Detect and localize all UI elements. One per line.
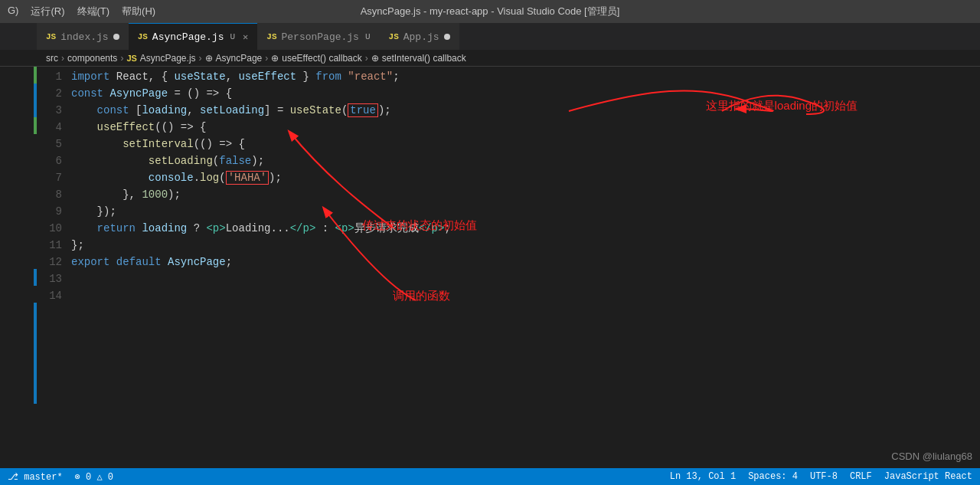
ln-9: 9 xyxy=(37,203,62,220)
code-line-2: const AsyncPage = () => { xyxy=(71,85,980,102)
gutter-line-extra2 xyxy=(0,320,37,336)
breadcrumb-icon-js: JS xyxy=(126,54,136,63)
title-bar: G) 运行(R) 终端(T) 帮助(H) AsyncPage.js - my-r… xyxy=(0,0,980,23)
code-line-3: const [loading, setLoading] = useState(t… xyxy=(71,102,980,119)
ln-2: 2 xyxy=(37,85,62,102)
ln-6: 6 xyxy=(37,152,62,169)
gutter-line11 xyxy=(0,235,37,252)
tab-icon-index: JS xyxy=(46,32,56,41)
gutter-line8 xyxy=(0,185,37,202)
status-encoding: UTF-8 xyxy=(810,471,838,482)
git-gutter xyxy=(0,67,37,468)
ln-3: 3 xyxy=(37,102,62,119)
code-line-7: console.log('HAHA'); xyxy=(71,169,980,186)
tab-label-app: App.js xyxy=(403,31,439,43)
ln-13: 13 xyxy=(37,270,62,287)
breadcrumb-asyncpage-fn[interactable]: AsyncPage xyxy=(216,53,263,64)
ln-12: 12 xyxy=(37,254,62,270)
tab-modified-index xyxy=(113,34,119,40)
code-line-11: }; xyxy=(71,237,980,254)
breadcrumb-sep1: › xyxy=(61,53,64,64)
breadcrumb-useeffect[interactable]: useEffect() callback xyxy=(282,53,362,64)
breadcrumb-sep2: › xyxy=(120,53,123,64)
tab-label-person: PersonPage.js xyxy=(282,31,359,43)
tab-label-async: AsyncPage.js xyxy=(152,31,224,43)
menu-help[interactable]: 帮助(H) xyxy=(122,5,155,18)
breadcrumb-icon-set: ⊕ xyxy=(371,53,379,64)
code-line-13: export default AsyncPage; xyxy=(71,254,980,270)
gutter-line7 xyxy=(0,168,37,185)
tab-icon-person: JS xyxy=(266,32,276,41)
breadcrumb-src[interactable]: src xyxy=(46,53,58,64)
status-errors: ⊗ 0 △ 0 xyxy=(75,471,113,483)
tab-modified-person: U xyxy=(365,32,371,41)
breadcrumb-components[interactable]: components xyxy=(67,53,117,64)
ln-10: 10 xyxy=(37,220,62,237)
gutter-line13 xyxy=(0,269,37,286)
status-git: ⎇ master* xyxy=(8,471,63,483)
breadcrumb: src › components › JS AsyncPage.js › ⊕ A… xyxy=(0,50,980,67)
code-line-1: import React, { useState, useEffect } fr… xyxy=(71,68,980,85)
breadcrumb-asyncpage[interactable]: AsyncPage.js xyxy=(140,53,196,64)
ln-11: 11 xyxy=(37,237,62,254)
gutter-line4 xyxy=(0,117,37,134)
breadcrumb-setinterval[interactable]: setInterval() callback xyxy=(382,53,466,64)
code-line-5: setInterval(() => { xyxy=(71,136,980,152)
gutter-line5 xyxy=(0,134,37,151)
status-eol: CRLF xyxy=(850,471,872,482)
code-editor[interactable]: import React, { useState, useEffect } fr… xyxy=(71,67,980,468)
breadcrumb-sep5: › xyxy=(365,53,368,64)
tab-bar: JS index.js JS AsyncPage.js U ✕ JS Perso… xyxy=(0,23,980,50)
tab-label-index: index.js xyxy=(60,31,108,43)
tab-index-js[interactable]: JS index.js xyxy=(37,23,129,50)
gutter-line9 xyxy=(0,202,37,218)
breadcrumb-icon-fn: ⊕ xyxy=(205,53,213,64)
breadcrumb-sep4: › xyxy=(265,53,268,64)
csdn-watermark: CSDN @liulang68 xyxy=(891,451,972,462)
gutter-line12 xyxy=(0,252,37,269)
gutter-line1 xyxy=(0,67,37,84)
code-line-6: setLoading(false); xyxy=(71,152,980,169)
tab-modified-app xyxy=(444,34,450,40)
gutter-line14 xyxy=(0,286,37,303)
tab-close-async[interactable]: ✕ xyxy=(243,31,248,43)
ln-14: 14 xyxy=(37,287,62,304)
tab-personpage-js[interactable]: JS PersonPage.js U xyxy=(257,23,379,50)
line-numbers: 1 2 3 4 5 6 7 8 9 10 11 12 13 14 xyxy=(37,67,71,468)
code-line-4: useEffect(() => { xyxy=(71,119,980,136)
code-line-10: return loading ? <p>Loading...</p> : <p>… xyxy=(71,220,980,237)
ln-7: 7 xyxy=(37,169,62,186)
tab-icon-app: JS xyxy=(389,32,399,41)
gutter-line2 xyxy=(0,84,37,100)
tab-asyncpage-js[interactable]: JS AsyncPage.js U ✕ xyxy=(129,23,258,50)
ln-8: 8 xyxy=(37,186,62,203)
gutter-line-extra3 xyxy=(0,336,37,353)
status-ln-col: Ln 13, Col 1 xyxy=(670,471,736,482)
ln-5: 5 xyxy=(37,136,62,152)
menu-terminal[interactable]: 终端(T) xyxy=(77,5,110,18)
tab-icon-async: JS xyxy=(138,32,148,41)
window-title: AsyncPage.js - my-react-app - Visual Stu… xyxy=(361,5,620,18)
annotation-called-fn: 调用的函数 xyxy=(393,289,450,303)
ln-4: 4 xyxy=(37,119,62,136)
menu-g[interactable]: G) xyxy=(8,5,18,18)
tab-modified-async: U xyxy=(230,32,235,41)
status-spaces: Spaces: 4 xyxy=(748,471,798,482)
breadcrumb-sep3: › xyxy=(199,53,202,64)
breadcrumb-icon-use: ⊕ xyxy=(271,53,279,64)
editor-area: 1 2 3 4 5 6 7 8 9 10 11 12 13 14 import … xyxy=(0,67,980,468)
gutter-line-extra5 xyxy=(0,370,37,387)
tab-app-js[interactable]: JS App.js xyxy=(380,23,459,50)
gutter-line-extra6 xyxy=(0,387,37,404)
code-line-9: }); xyxy=(71,203,980,220)
code-line-8: }, 1000); xyxy=(71,186,980,203)
menu-bar[interactable]: G) 运行(R) 终端(T) 帮助(H) xyxy=(8,5,155,18)
gutter-line-extra1 xyxy=(0,303,37,320)
gutter-line10 xyxy=(0,218,37,235)
gutter-line6 xyxy=(0,151,37,168)
status-lang: JavaScript React xyxy=(884,471,972,482)
menu-run[interactable]: 运行(R) xyxy=(31,5,64,18)
gutter-line3 xyxy=(0,100,37,117)
status-bar: ⎇ master* ⊗ 0 △ 0 Ln 13, Col 1 Spaces: 4… xyxy=(0,468,980,485)
ln-1: 1 xyxy=(37,68,62,85)
